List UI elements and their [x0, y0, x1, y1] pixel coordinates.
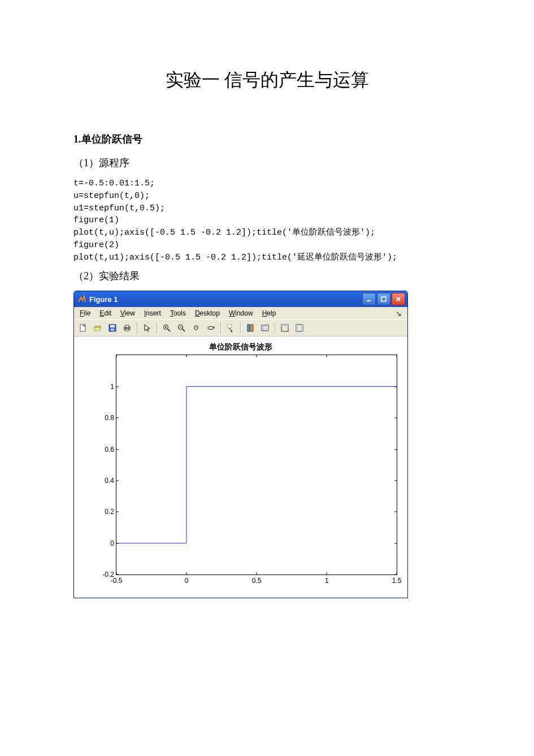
legend-icon[interactable]	[258, 321, 272, 335]
svg-rect-7	[125, 325, 129, 327]
x-tick-label: 1.5	[392, 577, 402, 585]
zoom-out-icon[interactable]	[175, 321, 188, 335]
y-tick-label: 0.8	[105, 414, 114, 422]
y-tick-label: 0.2	[105, 508, 114, 516]
x-tick-label: 1	[325, 577, 329, 585]
svg-point-11	[208, 327, 214, 330]
x-tick-label: 0	[185, 577, 189, 585]
svg-rect-15	[251, 325, 253, 331]
matlab-figure-window: Figure 1 File Edit View Insert Tools Des…	[73, 291, 408, 598]
menu-help[interactable]: Help	[259, 308, 280, 318]
page-title: 实验一 信号的产生与运算	[73, 68, 461, 93]
svg-rect-12	[227, 325, 232, 328]
menu-insert[interactable]: Insert	[141, 308, 164, 318]
menubar: File Edit View Insert Tools Desktop Wind…	[74, 307, 407, 319]
svg-rect-5	[111, 329, 114, 331]
section-1-heading: 1.单位阶跃信号	[73, 132, 461, 146]
window-title: Figure 1	[89, 295, 362, 304]
svg-rect-14	[248, 325, 250, 331]
source-code-heading: （1）源程序	[73, 156, 461, 170]
dock-icon[interactable]: ↘	[392, 309, 405, 318]
y-tick-label: 0	[110, 539, 114, 547]
source-code-block: t=-0.5:0.01:1.5; u=stepfun(t,0); u1=step…	[73, 178, 461, 263]
x-tick-label: -0.5	[111, 577, 123, 585]
plot-title: 单位阶跃信号波形	[76, 342, 405, 352]
data-cursor-icon[interactable]	[224, 321, 237, 335]
menu-file[interactable]: File	[76, 308, 94, 318]
menu-desktop[interactable]: Desktop	[192, 308, 223, 318]
new-figure-icon[interactable]	[76, 321, 90, 335]
menu-tools[interactable]: Tools	[167, 308, 189, 318]
zoom-in-icon[interactable]	[160, 321, 173, 335]
menu-window[interactable]: Window	[225, 308, 257, 318]
menu-edit[interactable]: Edit	[96, 308, 115, 318]
menu-view[interactable]: View	[117, 308, 138, 318]
svg-rect-0	[367, 300, 371, 301]
svg-point-13	[231, 331, 233, 332]
y-tick-label: 1	[110, 383, 114, 391]
print-icon[interactable]	[120, 321, 134, 335]
x-tick-label: 0.5	[252, 577, 262, 585]
minimize-button[interactable]	[362, 293, 376, 305]
hide-tools-icon[interactable]	[278, 321, 292, 335]
matlab-icon	[77, 295, 86, 304]
show-tools-icon[interactable]	[293, 321, 306, 335]
svg-rect-1	[381, 297, 386, 301]
colorbar-icon[interactable]	[244, 321, 257, 335]
svg-rect-4	[110, 325, 115, 327]
figure-client: 单位阶跃信号波形 -0.200.20.40.60.81-0.500.511.5	[74, 336, 407, 598]
svg-rect-8	[125, 329, 129, 331]
pan-icon[interactable]	[189, 321, 203, 335]
close-button[interactable]	[392, 293, 405, 305]
plot-area: 单位阶跃信号波形 -0.200.20.40.60.81-0.500.511.5	[76, 340, 405, 594]
open-icon[interactable]	[91, 321, 105, 335]
svg-rect-21	[301, 325, 303, 331]
svg-rect-20	[296, 325, 298, 331]
svg-rect-18	[281, 325, 288, 326]
toolbar	[74, 319, 407, 336]
plot-axes: -0.200.20.40.60.81-0.500.511.5	[116, 355, 397, 575]
pointer-icon[interactable]	[140, 321, 154, 335]
maximize-button[interactable]	[377, 293, 390, 305]
save-icon[interactable]	[106, 321, 119, 335]
y-tick-label: 0.6	[105, 446, 114, 453]
rotate3d-icon[interactable]	[204, 321, 218, 335]
y-tick-label: 0.4	[105, 477, 114, 485]
result-heading: （2）实验结果	[73, 269, 461, 283]
window-titlebar: Figure 1	[74, 291, 407, 307]
